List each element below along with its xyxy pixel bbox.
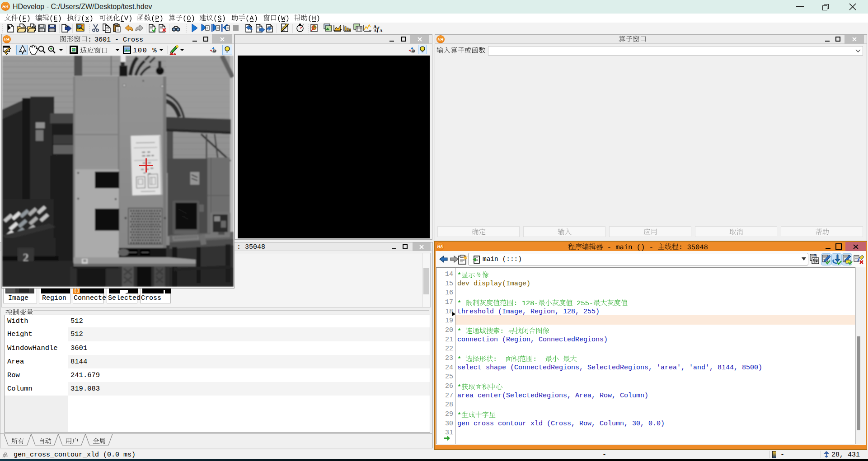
svg-text:HA: HA bbox=[438, 37, 443, 42]
svg-text:A: A bbox=[380, 28, 383, 33]
svg-text:HA: HA bbox=[437, 244, 443, 249]
svg-text:A: A bbox=[374, 28, 377, 33]
svg-text:HA: HA bbox=[4, 37, 9, 42]
